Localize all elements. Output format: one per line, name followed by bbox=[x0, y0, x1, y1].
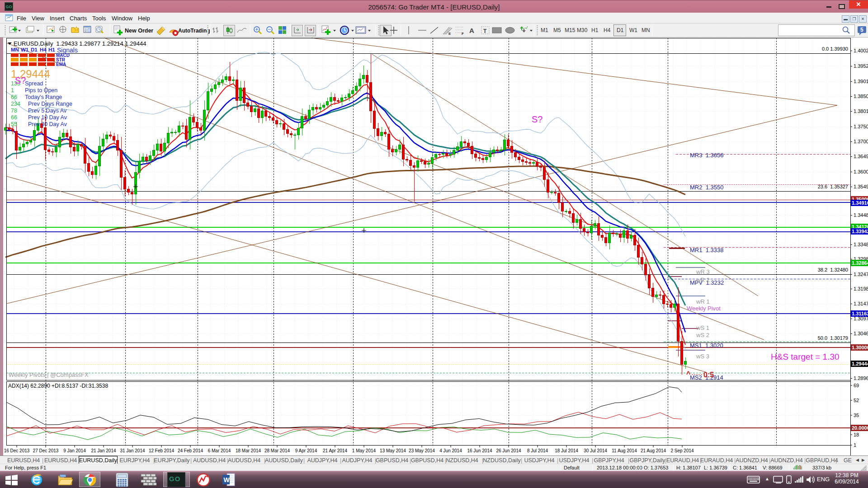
svg-text:50.0 1.30179: 50.0 1.30179 bbox=[818, 335, 848, 341]
svg-text:1.40020: 1.40020 bbox=[854, 48, 868, 53]
svg-text:30 Jul 2014: 30 Jul 2014 bbox=[584, 448, 607, 453]
svg-text:1.36000: 1.36000 bbox=[854, 169, 868, 174]
svg-text:1 May 2014: 1 May 2014 bbox=[352, 448, 376, 453]
svg-text:1.33942: 1.33942 bbox=[852, 229, 868, 234]
svg-text:H&S target = 1.30: H&S target = 1.30 bbox=[771, 352, 840, 361]
svg-text:ADX(14) 62.2890 +DI:8.5137 -DI: ADX(14) 62.2890 +DI:8.5137 -DI:31.3538 bbox=[8, 383, 108, 389]
svg-text:MR3 1.3656: MR3 1.3656 bbox=[690, 152, 723, 159]
svg-text:11 Aug 2014: 11 Aug 2014 bbox=[612, 448, 637, 453]
svg-text:23.6 1.35327: 23.6 1.35327 bbox=[818, 184, 848, 189]
svg-text:wS 3: wS 3 bbox=[696, 353, 709, 360]
svg-text:0:5: 0:5 bbox=[703, 371, 714, 379]
svg-text:Prev Days Range: Prev Days Range bbox=[28, 101, 72, 107]
svg-text:1.33480: 1.33480 bbox=[854, 242, 868, 247]
svg-text:1.31163: 1.31163 bbox=[852, 311, 868, 316]
svg-text:wS 1: wS 1 bbox=[696, 324, 709, 331]
svg-text:78: 78 bbox=[11, 108, 17, 114]
svg-text:D1: D1 bbox=[31, 47, 38, 52]
svg-text:2 Sep 2014: 2 Sep 2014 bbox=[670, 448, 694, 453]
svg-text:18 Mar 2014: 18 Mar 2014 bbox=[236, 448, 261, 453]
svg-text:1.36495: 1.36495 bbox=[854, 154, 868, 159]
svg-text:1.35490: 1.35490 bbox=[854, 184, 868, 189]
svg-text:38.2 1.32480: 38.2 1.32480 bbox=[818, 267, 848, 272]
svg-text:1: 1 bbox=[854, 442, 856, 448]
svg-text:1.32864: 1.32864 bbox=[852, 260, 868, 266]
svg-text:24 Feb 2014: 24 Feb 2014 bbox=[178, 448, 203, 453]
svg-text:Weekly Pivots | @CompassFX: Weekly Pivots | @CompassFX bbox=[9, 371, 89, 378]
svg-text:16 Jun 2014: 16 Jun 2014 bbox=[467, 448, 492, 453]
svg-text:Prev 30 Day Av: Prev 30 Day Av bbox=[28, 121, 67, 127]
svg-text:21 Aug 2014: 21 Aug 2014 bbox=[641, 448, 666, 453]
svg-text:8 Jul 2014: 8 Jul 2014 bbox=[527, 448, 548, 453]
svg-text:F: F bbox=[462, 32, 464, 35]
svg-text:20.0000: 20.0000 bbox=[852, 425, 868, 431]
svg-text:Prev 5 Days Av: Prev 5 Days Av bbox=[28, 108, 67, 114]
svg-text:H1: H1 bbox=[48, 47, 55, 52]
svg-text:1.34485: 1.34485 bbox=[854, 212, 868, 218]
svg-text:35: 35 bbox=[854, 413, 859, 418]
svg-text:27 Dec 2013: 27 Dec 2013 bbox=[33, 448, 59, 453]
svg-text:1.28965: 1.28965 bbox=[854, 375, 868, 381]
svg-text:wR 1: wR 1 bbox=[696, 298, 710, 305]
svg-text:4 Jun 2014: 4 Jun 2014 bbox=[439, 448, 462, 453]
svg-text:12 Feb 2014: 12 Feb 2014 bbox=[149, 448, 175, 453]
svg-text:MN: MN bbox=[11, 47, 19, 52]
svg-text:13 May 2014: 13 May 2014 bbox=[380, 448, 406, 453]
svg-text:69: 69 bbox=[854, 383, 859, 388]
svg-text:9 Jan 2014: 9 Jan 2014 bbox=[63, 448, 86, 453]
svg-text:H4: H4 bbox=[40, 47, 47, 52]
svg-text:MR2 1.3550: MR2 1.3550 bbox=[690, 184, 723, 191]
svg-text:23 May 2014: 23 May 2014 bbox=[409, 448, 435, 453]
svg-text:28 Mar 2014: 28 Mar 2014 bbox=[264, 448, 290, 453]
svg-text:E: E bbox=[448, 32, 451, 35]
svg-text:16 Dec 2013: 16 Dec 2013 bbox=[4, 448, 30, 453]
svg-text:Weekly Pivot: Weekly Pivot bbox=[687, 305, 721, 312]
svg-text:1.30000: 1.30000 bbox=[852, 345, 868, 350]
svg-text:Prev 10 Day Av: Prev 10 Day Av bbox=[28, 114, 67, 121]
svg-text:18: 18 bbox=[854, 432, 859, 437]
svg-text:1.38010: 1.38010 bbox=[854, 108, 868, 114]
svg-text:MR1 1.3338: MR1 1.3338 bbox=[690, 247, 723, 253]
svg-text:234: 234 bbox=[11, 101, 20, 107]
svg-text:wS 2: wS 2 bbox=[696, 332, 709, 338]
svg-text:1.29444: 1.29444 bbox=[852, 361, 868, 366]
svg-text:1.30465: 1.30465 bbox=[854, 331, 868, 336]
svg-text:1.37500: 1.37500 bbox=[854, 124, 868, 129]
svg-text:0.0 1.39930: 0.0 1.39930 bbox=[822, 46, 848, 52]
svg-text:26 Jun 2014: 26 Jun 2014 bbox=[496, 448, 521, 453]
svg-text:1.32475: 1.32475 bbox=[854, 272, 868, 277]
svg-text:6 Mar 2014: 6 Mar 2014 bbox=[208, 448, 231, 453]
svg-text:wR 3: wR 3 bbox=[696, 268, 710, 275]
svg-text:1.34916: 1.34916 bbox=[852, 200, 868, 206]
svg-text:21 Apr 2014: 21 Apr 2014 bbox=[323, 448, 347, 453]
svg-text:1.31980: 1.31980 bbox=[854, 286, 868, 291]
svg-text:21 Jan 2014: 21 Jan 2014 bbox=[91, 448, 116, 453]
svg-text:Spread: Spread bbox=[25, 80, 43, 87]
svg-text:Pips to Open: Pips to Open bbox=[25, 87, 57, 94]
svg-text:EURUSD,Daily 1.29433 1.29877: EURUSD,Daily 1.29433 1.29877 1.29214 1.2… bbox=[14, 40, 146, 47]
svg-text:66: 66 bbox=[11, 114, 17, 121]
svg-text:5: 5 bbox=[860, 27, 863, 33]
svg-text:T: T bbox=[483, 28, 487, 34]
svg-text:S?: S? bbox=[532, 114, 542, 124]
svg-text:9 Apr 2014: 9 Apr 2014 bbox=[295, 448, 317, 453]
svg-text:^: ^ bbox=[686, 370, 690, 378]
svg-text:1.38505: 1.38505 bbox=[854, 94, 868, 99]
svg-text:1: 1 bbox=[11, 87, 14, 94]
svg-text:1.39525: 1.39525 bbox=[854, 63, 868, 69]
svg-text:S?: S? bbox=[15, 75, 26, 85]
svg-text:1.39015: 1.39015 bbox=[854, 79, 868, 84]
svg-text:wR 2: wR 2 bbox=[696, 277, 710, 283]
svg-text:W1: W1 bbox=[21, 47, 29, 52]
svg-text:31 Jan 2014: 31 Jan 2014 bbox=[120, 448, 145, 453]
svg-text:1.31470: 1.31470 bbox=[854, 301, 868, 306]
svg-text:Today's Range: Today's Range bbox=[25, 94, 62, 100]
svg-text:MS1 1.3020: MS1 1.3020 bbox=[690, 342, 723, 349]
svg-text:55: 55 bbox=[11, 121, 17, 127]
svg-text:18 Jul 2014: 18 Jul 2014 bbox=[555, 448, 578, 453]
svg-text:1.37005: 1.37005 bbox=[854, 139, 868, 144]
svg-text:66: 66 bbox=[11, 94, 17, 100]
svg-text:EMA: EMA bbox=[56, 62, 66, 67]
svg-text:52: 52 bbox=[854, 398, 859, 403]
svg-text:W: W bbox=[224, 476, 230, 483]
